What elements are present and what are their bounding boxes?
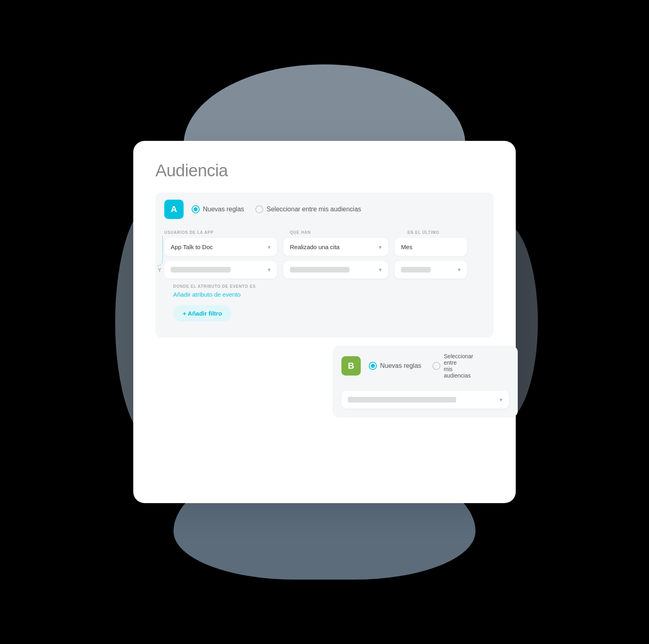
section-b-content: . ▾	[333, 386, 518, 417]
row2-wrapper: Y . ▾ . ▾	[164, 261, 485, 279]
add-filter-button[interactable]: + Añadir filtro	[173, 305, 231, 322]
section-b: B Nuevas reglas Seleccionar entremis aud…	[333, 346, 518, 417]
app-select[interactable]: App Talk to Doc ▾	[164, 238, 277, 256]
filter-row-1: App Talk to Doc ▾ Realizado una cita ▾ M…	[164, 238, 485, 256]
app-select-value: App Talk to Doc	[171, 244, 213, 250]
filter-row-2: . ▾ . ▾ . ▾	[164, 261, 485, 279]
app-select-2-chevron: ▾	[268, 266, 271, 273]
label-en-ultimo: EN EL ÚLTIMO	[407, 230, 480, 235]
radio-label-seleccionar-b: Seleccionar entremis audiencias	[444, 353, 481, 379]
radio-nuevas-reglas-b[interactable]: Nuevas reglas	[369, 362, 421, 370]
en-ultimo-2-chevron: ▾	[458, 266, 461, 273]
radio-label-seleccionar-a: Seleccionar entre mis audiencias	[267, 206, 361, 213]
add-attr-link[interactable]: Añadir atributo de evento	[173, 291, 476, 298]
que-han-select-2-value: .	[290, 267, 349, 272]
label-que-han: QUE HAN	[290, 230, 395, 235]
badge-b: B	[341, 356, 361, 376]
outer-wrapper: Audiencia A Nuevas reglas Seleccionar en…	[103, 40, 546, 604]
en-ultimo-select-2[interactable]: . ▾	[395, 261, 467, 279]
section-b-chevron: ▾	[500, 396, 502, 403]
radio-nuevas-reglas-a[interactable]: Nuevas reglas	[192, 205, 244, 213]
radio-group-b: Nuevas reglas Seleccionar entremis audie…	[369, 353, 481, 379]
section-a: A Nuevas reglas Seleccionar entre mis au…	[155, 192, 494, 338]
app-select-2[interactable]: . ▾	[164, 261, 277, 279]
app-select-chevron: ▾	[268, 244, 271, 250]
filter-labels: USUARIOS DE LA APP QUE HAN EN EL ÚLTIMO	[164, 230, 485, 235]
que-han-2-chevron: ▾	[379, 266, 382, 273]
radio-circle-checked-b	[369, 362, 377, 370]
que-han-select-2[interactable]: . ▾	[283, 261, 388, 279]
en-ultimo-value: Mes	[401, 244, 412, 250]
attr-label: DONDE EL ATRIBUTO DE EVENTO ES	[173, 284, 476, 289]
en-ultimo-select[interactable]: Mes	[395, 238, 467, 256]
section-b-select[interactable]: . ▾	[341, 391, 509, 409]
radio-circle-unchecked-a	[255, 205, 263, 213]
section-b-select-skeleton: .	[348, 397, 456, 402]
filter-section-a: USUARIOS DE LA APP QUE HAN EN EL ÚLTIMO …	[155, 226, 494, 338]
radio-seleccionar-a[interactable]: Seleccionar entre mis audiencias	[255, 205, 361, 213]
que-han-select-value: Realizado una cita	[290, 244, 339, 250]
en-ultimo-2-value: .	[401, 267, 431, 272]
radio-circle-checked-a	[192, 205, 200, 213]
attr-section: DONDE EL ATRIBUTO DE EVENTO ES Añadir at…	[164, 279, 485, 298]
que-han-chevron: ▾	[379, 244, 382, 250]
section-b-header: B Nuevas reglas Seleccionar entremis aud…	[333, 346, 518, 386]
radio-group-a: Nuevas reglas Seleccionar entre mis audi…	[192, 205, 361, 213]
radio-seleccionar-b[interactable]: Seleccionar entremis audiencias	[432, 353, 481, 379]
label-usuarios-app: USUARIOS DE LA APP	[164, 230, 277, 235]
radio-label-nuevas-a: Nuevas reglas	[203, 206, 244, 213]
badge-a: A	[164, 200, 184, 219]
app-select-2-value: .	[171, 267, 231, 272]
page-title: Audiencia	[155, 161, 494, 180]
main-card: Audiencia A Nuevas reglas Seleccionar en…	[133, 141, 516, 503]
radio-label-nuevas-b: Nuevas reglas	[380, 362, 421, 369]
que-han-select[interactable]: Realizado una cita ▾	[283, 238, 388, 256]
radio-circle-unchecked-b	[432, 362, 440, 370]
section-a-header: A Nuevas reglas Seleccionar entre mis au…	[155, 192, 494, 226]
